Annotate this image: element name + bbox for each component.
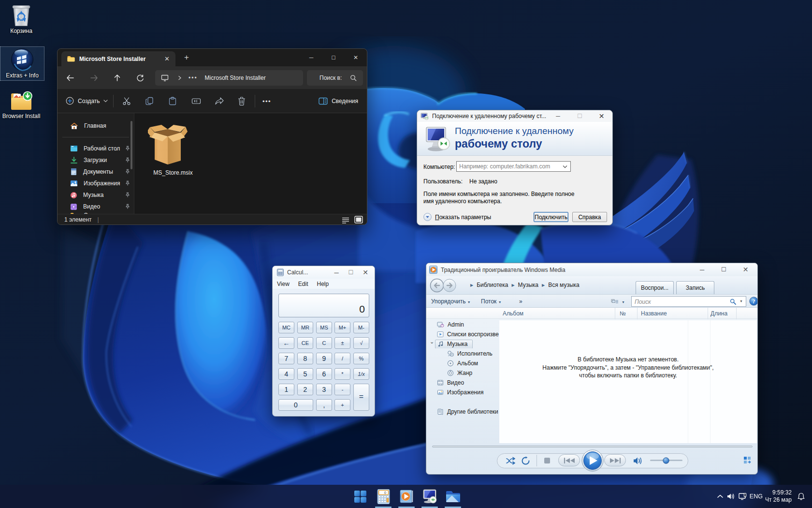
svg-text:0: 0 bbox=[384, 491, 386, 494]
svg-text:?: ? bbox=[753, 298, 755, 305]
